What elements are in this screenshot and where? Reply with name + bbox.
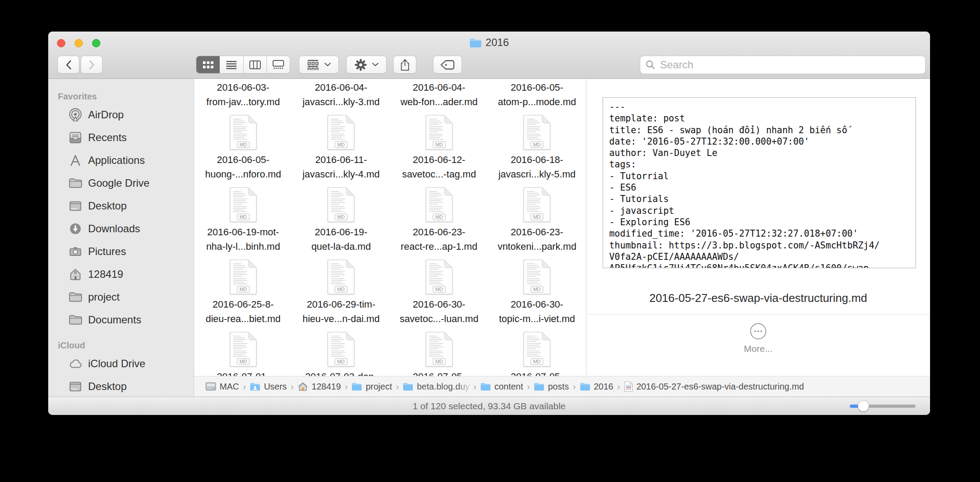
sidebar-item-label: Desktop (88, 380, 127, 393)
markdown-file-icon: MD (426, 115, 453, 150)
breadcrumb-content[interactable]: content (480, 382, 523, 392)
file-name-line2: topic-m...i-viet.md (499, 312, 575, 326)
applications-icon (68, 153, 82, 167)
sidebar-item-label: project (88, 291, 120, 303)
file-item[interactable]: MD 2016-06-23- react-re...ap-1.md (390, 187, 488, 259)
titlebar: 2016 (48, 32, 930, 79)
file-item[interactable]: MD 2016-06-23- vntokeni...park.md (488, 187, 586, 259)
gear-icon (355, 59, 367, 71)
ellipsis-icon (749, 323, 767, 340)
breadcrumb-file[interactable]: 2016-05-27-es6-swap-via-destructuring.md (624, 381, 804, 392)
breadcrumb-users[interactable]: Users (250, 382, 287, 392)
blue-folder-icon (480, 382, 491, 391)
list-view-button[interactable] (220, 56, 243, 73)
markdown-file-icon: MD (426, 259, 453, 294)
more-button[interactable]: More... (586, 323, 930, 354)
finder-window: 2016 (48, 32, 930, 415)
file-name-line1: 2016-06-19-mot- (207, 225, 279, 239)
back-button[interactable] (57, 56, 79, 74)
markdown-file-icon: MD (230, 115, 257, 150)
file-item[interactable]: MD 2016-07-03-dan- (292, 332, 391, 376)
file-item[interactable]: MD 2016-06-12- savetoc...-tag.md (390, 115, 488, 187)
sidebar-item-pictures[interactable]: Pictures (48, 240, 194, 263)
sidebar-item-home[interactable]: 128419 (48, 263, 194, 286)
file-item[interactable]: MD 2016-06-05- huong-...nforo.md (194, 115, 292, 187)
search-input[interactable] (659, 58, 920, 71)
status-bar: 1 of 120 selected, 93.34 GB available (48, 397, 930, 415)
md-badge-label: MD (239, 214, 247, 220)
md-badge-label: MD (435, 214, 443, 220)
markdown-file-icon: MD (523, 115, 550, 150)
sidebar-item-label: iCloud Drive (88, 358, 146, 370)
file-name-line2: quet-la-da.md (311, 239, 371, 254)
sidebar-item-label: Downloads (88, 223, 140, 235)
breadcrumb-beta-blog[interactable]: beta.blog.duy (403, 382, 469, 392)
tag-button[interactable] (433, 56, 462, 74)
md-badge-label: MD (239, 142, 247, 147)
breadcrumb-drive[interactable]: MAC (206, 382, 239, 392)
icon-size-slider[interactable] (850, 404, 916, 408)
preview-text-box[interactable]: --- template: post title: ES6 - swap (ho… (603, 97, 916, 268)
chevron-left-icon (65, 60, 72, 70)
group-button[interactable] (299, 56, 339, 74)
search-field[interactable] (640, 56, 926, 74)
file-item[interactable]: MD 2016-06-05- atom-p...mode.md (488, 79, 586, 115)
sidebar: Favorites AirDrop Recents (48, 79, 194, 397)
breadcrumb-2016[interactable]: 2016 (580, 382, 614, 392)
chevron-right-icon: › (396, 382, 399, 392)
sidebar-item-project[interactable]: project (48, 286, 194, 308)
file-item[interactable]: MD 2016-06-29-tim- hieu-ve...n-dai.md (292, 259, 391, 332)
sidebar-item-airdrop[interactable]: AirDrop (48, 103, 194, 126)
blue-folder-icon (534, 382, 544, 391)
chevron-right-icon: › (473, 382, 476, 392)
file-item[interactable]: MD 2016-06-30- savetoc...-luan.md (390, 259, 488, 332)
file-item[interactable]: MD 2016-06-19- quet-la-da.md (292, 187, 391, 259)
sidebar-item-icloud-desktop[interactable]: Desktop (48, 375, 194, 398)
share-button[interactable] (393, 56, 416, 74)
file-item[interactable]: MD 2016-07-05- (390, 332, 488, 376)
file-item[interactable]: MD 2016-06-30- topic-m...i-viet.md (488, 259, 586, 332)
folder-icon (68, 176, 82, 190)
file-name-line2: atom-p...mode.md (498, 95, 576, 109)
markdown-file-icon: MD (523, 259, 550, 294)
file-item[interactable]: MD 2016-06-11- javascri...kly-4.md (292, 115, 391, 187)
list-view-icon (226, 60, 237, 69)
file-name-line2: nha-ly-l...binh.md (206, 239, 280, 254)
file-item[interactable]: MD 2016-07-01- (194, 332, 292, 376)
sidebar-item-google-drive[interactable]: Google Drive (48, 172, 194, 195)
breadcrumb-posts[interactable]: posts (534, 382, 569, 392)
column-view-button[interactable] (243, 56, 266, 73)
file-name-line1: 2016-06-18- (511, 152, 563, 167)
sidebar-item-documents[interactable]: Documents (48, 308, 194, 331)
forward-button[interactable] (81, 56, 103, 74)
sidebar-item-desktop[interactable]: Desktop (48, 195, 194, 217)
sidebar-item-label: Recents (88, 131, 127, 144)
file-name-line1: 2016-06-05- (511, 80, 563, 95)
file-item[interactable]: MD 2016-06-03- from-jav...tory.md (194, 79, 292, 115)
sidebar-item-applications[interactable]: Applications (48, 149, 194, 172)
file-item[interactable]: MD 2016-06-04- javascri...kly-3.md (292, 79, 391, 115)
sidebar-item-label: Google Drive (88, 177, 149, 189)
action-button[interactable] (346, 56, 387, 74)
file-item[interactable]: MD 2016-06-18- javascri...kly-5.md (488, 115, 586, 187)
file-item[interactable]: MD 2016-07-05- (488, 332, 586, 376)
file-item[interactable]: MD 2016-06-25-8- dieu-rea...biet.md (194, 259, 292, 332)
md-badge-label: MD (337, 287, 345, 292)
file-name-line2: javascri...kly-5.md (498, 167, 575, 181)
sidebar-section-favorites: Favorites (58, 90, 194, 103)
file-name-line2: dieu-rea...biet.md (206, 312, 281, 326)
sidebar-item-downloads[interactable]: Downloads (48, 217, 194, 240)
icon-view-button[interactable] (196, 56, 220, 73)
sidebar-item-icloud-drive[interactable]: iCloud Drive (48, 352, 194, 375)
markdown-file-icon: MD (327, 259, 355, 294)
file-item[interactable]: MD 2016-06-19-mot- nha-ly-l...binh.md (194, 187, 292, 259)
md-badge-label: MD (533, 287, 541, 292)
breadcrumb-project[interactable]: project (352, 382, 392, 392)
preview-text: --- template: post title: ES6 - swap (ho… (609, 101, 909, 268)
file-name-line1: 2016-06-19- (315, 225, 367, 239)
slider-knob[interactable] (858, 400, 869, 412)
file-item[interactable]: MD 2016-06-04- web-fon...ader.md (390, 79, 488, 115)
breadcrumb-home[interactable]: 128419 (298, 382, 341, 392)
gallery-view-button[interactable] (266, 56, 290, 73)
sidebar-item-recents[interactable]: Recents (48, 126, 194, 149)
